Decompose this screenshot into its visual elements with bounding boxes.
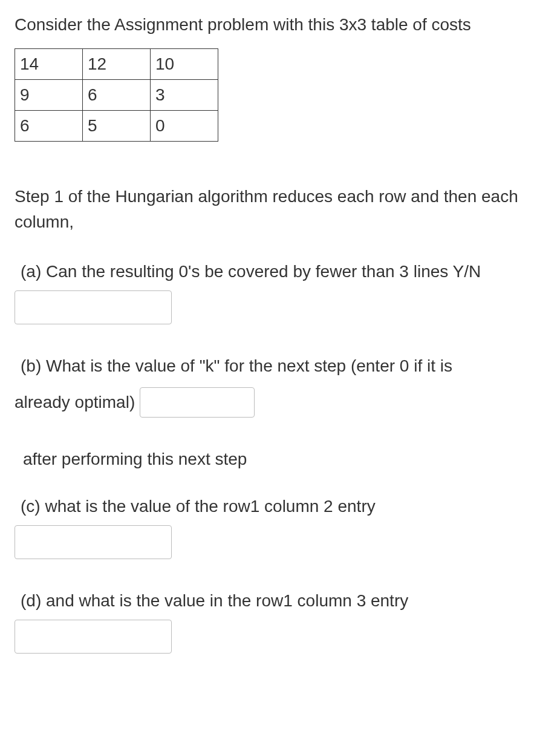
part-b: (b) What is the value of "k" for the nex…	[15, 353, 545, 418]
part-c-input[interactable]	[15, 525, 172, 559]
table-row: 6 5 0	[15, 111, 218, 142]
cell-r2c1: 9	[15, 80, 83, 111]
cell-r2c2: 6	[83, 80, 151, 111]
step1-text: Step 1 of the Hungarian algorithm reduce…	[15, 184, 545, 235]
cell-r1c1: 14	[15, 49, 83, 80]
table-row: 9 6 3	[15, 80, 218, 111]
part-a-text: (a) Can the resulting 0's be covered by …	[15, 259, 545, 284]
cell-r3c3: 0	[151, 111, 218, 142]
part-a-input[interactable]	[15, 290, 172, 324]
table-row: 14 12 10	[15, 49, 218, 80]
cell-r3c2: 5	[83, 111, 151, 142]
part-b-input[interactable]	[140, 387, 255, 418]
cell-r1c3: 10	[151, 49, 218, 80]
part-a: (a) Can the resulting 0's be covered by …	[15, 259, 545, 324]
cost-table: 14 12 10 9 6 3 6 5 0	[15, 48, 218, 142]
part-c-text: (c) what is the value of the row1 column…	[15, 494, 545, 519]
part-c: (c) what is the value of the row1 column…	[15, 494, 545, 559]
cell-r2c3: 3	[151, 80, 218, 111]
part-d: (d) and what is the value in the row1 co…	[15, 588, 545, 654]
intro-text: Consider the Assignment problem with thi…	[15, 12, 545, 38]
part-b-text-line1: (b) What is the value of "k" for the nex…	[15, 353, 545, 379]
part-b-text-line2: already optimal)	[15, 390, 135, 415]
after-step-text: after performing this next step	[15, 447, 545, 472]
part-d-text: (d) and what is the value in the row1 co…	[15, 588, 545, 614]
cell-r1c2: 12	[83, 49, 151, 80]
part-d-input[interactable]	[15, 620, 172, 654]
cell-r3c1: 6	[15, 111, 83, 142]
